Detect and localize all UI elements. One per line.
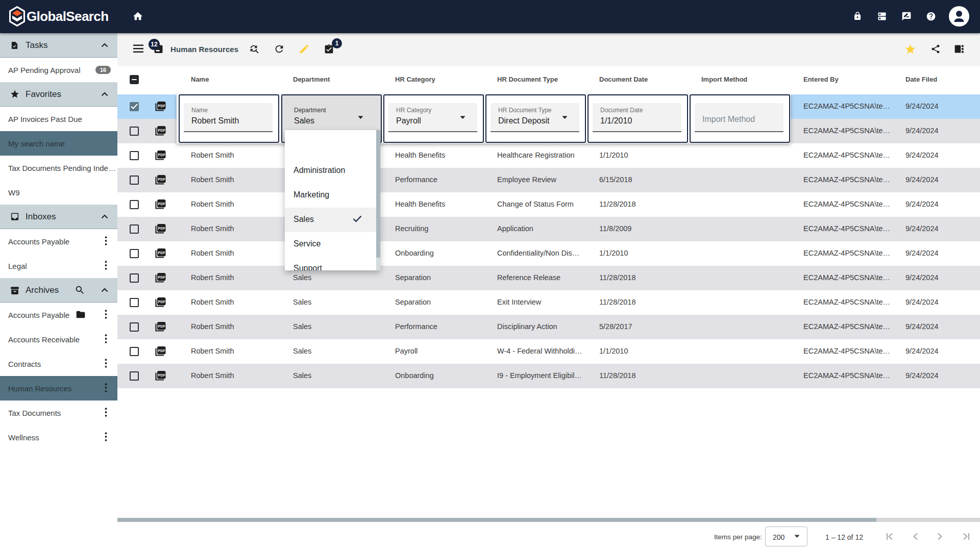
svg-text:PDF: PDF xyxy=(158,276,165,279)
svg-text:PDF: PDF xyxy=(158,373,165,377)
svg-text:PDF: PDF xyxy=(158,324,165,328)
svg-text:PDF: PDF xyxy=(158,251,165,255)
svg-text:PDF: PDF xyxy=(158,153,165,157)
svg-text:PDF: PDF xyxy=(158,349,165,353)
svg-text:PDF: PDF xyxy=(158,227,165,230)
svg-text:PDF: PDF xyxy=(158,104,165,108)
svg-text:PDF: PDF xyxy=(158,202,165,206)
svg-text:PDF: PDF xyxy=(158,300,165,304)
svg-text:PDF: PDF xyxy=(158,178,165,181)
svg-text:PDF: PDF xyxy=(158,129,165,132)
